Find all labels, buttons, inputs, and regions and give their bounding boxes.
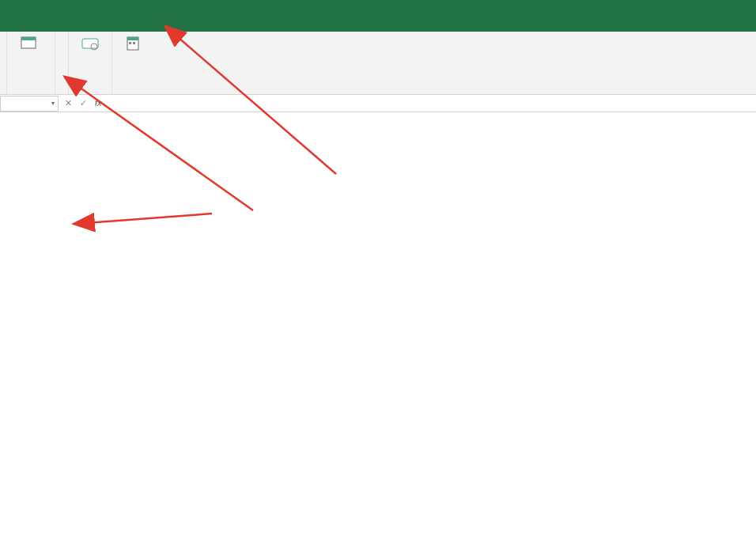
svg-rect-7	[133, 42, 135, 44]
name-manager-button[interactable]	[10, 35, 47, 52]
ribbon-group-calculation	[112, 32, 160, 94]
confirm-icon[interactable]: ✓	[80, 98, 87, 108]
svg-line-10	[75, 214, 212, 224]
name-box-dropdown-icon[interactable]: ▾	[51, 100, 55, 107]
watch-window-icon	[81, 35, 100, 52]
ribbon-group-defined-names	[7, 32, 55, 94]
svg-rect-5	[127, 37, 138, 40]
svg-rect-6	[129, 42, 131, 44]
calc-options-icon	[124, 35, 143, 52]
watch-window-button[interactable]	[72, 35, 108, 52]
cancel-icon[interactable]: ✕	[65, 98, 72, 108]
ribbon-group-function-library	[0, 32, 7, 94]
formula-bar: ▾ ✕ ✓ fx	[0, 95, 756, 112]
name-manager-icon	[19, 35, 38, 52]
ribbon	[0, 32, 756, 95]
fx-icon[interactable]: fx	[95, 98, 105, 108]
svg-rect-1	[21, 37, 36, 40]
ribbon-group-watch	[69, 32, 112, 94]
name-box[interactable]: ▾	[0, 96, 59, 112]
titlebar	[0, 0, 756, 9]
menubar	[0, 9, 756, 32]
calc-options-button[interactable]	[115, 35, 152, 52]
ribbon-group-formula-auditing	[55, 32, 69, 94]
